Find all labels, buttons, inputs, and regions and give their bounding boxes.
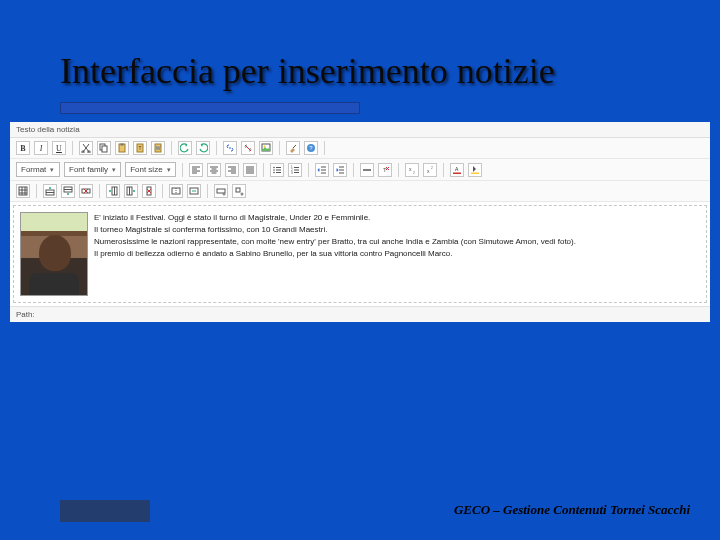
svg-point-40: [241, 193, 244, 196]
svg-text:2: 2: [413, 171, 415, 175]
svg-rect-28: [19, 187, 27, 195]
bold-button[interactable]: B: [16, 141, 30, 155]
split-cells-button[interactable]: [169, 184, 183, 198]
news-line: Il premio di bellezza odierno è andato a…: [94, 248, 700, 259]
svg-rect-3: [102, 146, 107, 152]
ul-button[interactable]: [270, 163, 284, 177]
forecolor-button[interactable]: A: [450, 163, 464, 177]
cell-props-button[interactable]: [232, 184, 246, 198]
delete-col-button[interactable]: [142, 184, 156, 198]
svg-rect-37: [217, 189, 225, 193]
footer-accent: [60, 500, 150, 522]
svg-point-38: [223, 193, 226, 196]
svg-text:A: A: [455, 166, 459, 172]
merge-cells-button[interactable]: [187, 184, 201, 198]
svg-rect-27: [471, 172, 479, 174]
paste-word-button[interactable]: W: [151, 141, 165, 155]
cut-button[interactable]: [79, 141, 93, 155]
outdent-button[interactable]: [315, 163, 329, 177]
svg-text:T: T: [138, 145, 141, 151]
svg-text:3: 3: [291, 171, 293, 175]
ol-button[interactable]: 123: [288, 163, 302, 177]
hr-button[interactable]: [360, 163, 374, 177]
status-bar: Path:: [10, 306, 710, 322]
toolbar-row-2: Format Font family Font size 123 T x2 x2…: [10, 159, 710, 181]
removeformat-button[interactable]: T: [378, 163, 392, 177]
svg-text:W: W: [156, 145, 161, 151]
svg-text:x: x: [409, 166, 412, 172]
align-justify-button[interactable]: [243, 163, 257, 177]
row-before-button[interactable]: [43, 184, 57, 198]
col-after-button[interactable]: [124, 184, 138, 198]
italic-button[interactable]: I: [34, 141, 48, 155]
accent-bar: [60, 102, 360, 114]
svg-point-15: [273, 169, 275, 171]
fontfamily-select[interactable]: Font family: [64, 162, 121, 177]
cleanup-button[interactable]: [286, 141, 300, 155]
svg-point-16: [273, 171, 275, 173]
news-text[interactable]: E' iniziato il Festival. Oggi è stato il…: [94, 212, 700, 296]
paste-button[interactable]: [115, 141, 129, 155]
news-line: Il torneo Magistrale si conferma fortiss…: [94, 224, 700, 235]
image-button[interactable]: [259, 141, 273, 155]
fontsize-select[interactable]: Font size: [125, 162, 175, 177]
underline-button[interactable]: U: [52, 141, 66, 155]
editor-body[interactable]: E' iniziato il Festival. Oggi è stato il…: [13, 205, 707, 303]
news-line: Numerosissime le nazioni rappresentate, …: [94, 236, 700, 247]
link-button[interactable]: [223, 141, 237, 155]
align-left-button[interactable]: [189, 163, 203, 177]
paste-text-button[interactable]: T: [133, 141, 147, 155]
unlink-button[interactable]: [241, 141, 255, 155]
row-props-button[interactable]: [214, 184, 228, 198]
undo-button[interactable]: [178, 141, 192, 155]
col-before-button[interactable]: [106, 184, 120, 198]
delete-row-button[interactable]: [79, 184, 93, 198]
svg-rect-39: [236, 188, 240, 192]
format-select[interactable]: Format: [16, 162, 60, 177]
svg-rect-26: [453, 172, 461, 174]
toolbar-row-3: [10, 181, 710, 202]
backcolor-button[interactable]: [468, 163, 482, 177]
copy-button[interactable]: [97, 141, 111, 155]
align-center-button[interactable]: [207, 163, 221, 177]
indent-button[interactable]: [333, 163, 347, 177]
page-title: Interfaccia per inserimento notizie: [0, 0, 720, 102]
svg-text:2: 2: [431, 166, 433, 170]
sub-button[interactable]: x2: [405, 163, 419, 177]
svg-point-14: [273, 166, 275, 168]
news-line: E' iniziato il Festival. Oggi è stato il…: [94, 212, 700, 223]
help-button[interactable]: ?: [304, 141, 318, 155]
svg-point-11: [264, 146, 266, 148]
svg-text:x: x: [427, 168, 430, 174]
toolbar-row-1: B I U T W ?: [10, 138, 710, 159]
row-after-button[interactable]: [61, 184, 75, 198]
table-button[interactable]: [16, 184, 30, 198]
align-right-button[interactable]: [225, 163, 239, 177]
redo-button[interactable]: [196, 141, 210, 155]
news-editor: Testo della notizia B I U T W ? Format F…: [10, 122, 710, 322]
panel-label: Testo della notizia: [10, 122, 710, 138]
sup-button[interactable]: x2: [423, 163, 437, 177]
news-photo[interactable]: [20, 212, 88, 296]
svg-rect-5: [121, 144, 124, 146]
slide-footer: GECO – Gestione Contenuti Tornei Scacchi: [454, 502, 690, 518]
